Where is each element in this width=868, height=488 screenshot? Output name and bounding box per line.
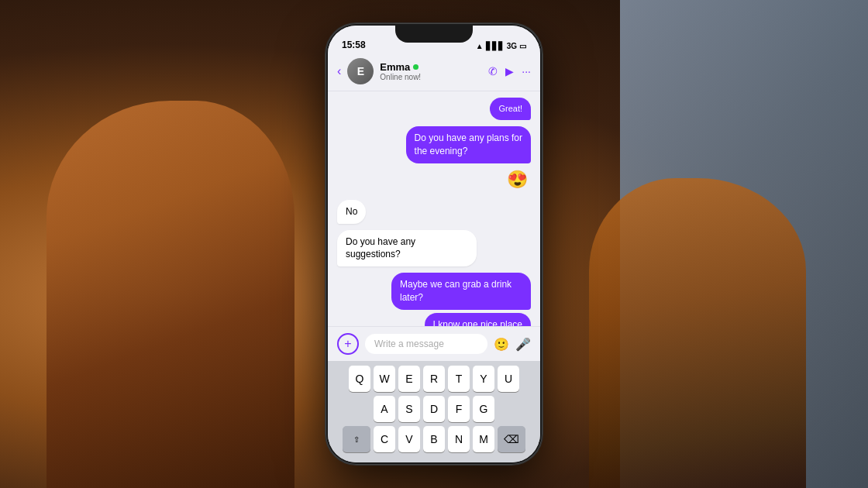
key-r[interactable]: R xyxy=(423,366,445,392)
video-icon[interactable]: ▶ xyxy=(505,65,514,77)
key-u[interactable]: U xyxy=(498,366,519,392)
key-a[interactable]: A xyxy=(374,396,395,422)
key-b[interactable]: B xyxy=(423,426,445,452)
scene: 15:58 ▲ ▋▋▋ 3G ▭ ‹ E Emma xyxy=(0,0,868,488)
network-type: 3G xyxy=(507,42,517,50)
battery-icon: ▭ xyxy=(519,42,526,50)
key-g[interactable]: G xyxy=(473,396,494,422)
shift-key[interactable]: ⇧ xyxy=(343,426,370,452)
phone-notch xyxy=(395,26,473,43)
call-icon[interactable]: ✆ xyxy=(488,65,498,77)
avatar: E xyxy=(347,58,374,84)
message-emoji: 😍 xyxy=(504,167,531,194)
message-bubble: I know one nice place xyxy=(425,313,531,326)
mic-button[interactable]: 🎤 xyxy=(515,337,531,352)
phone-screen: 15:58 ▲ ▋▋▋ 3G ▭ ‹ E Emma xyxy=(328,26,540,462)
input-icons: 🙂 🎤 xyxy=(494,337,531,352)
contact-status: Online now! xyxy=(380,73,482,81)
key-f[interactable]: F xyxy=(448,396,470,422)
message-bubble: Maybe we can grab a drink later? xyxy=(391,273,531,310)
online-indicator xyxy=(413,64,418,70)
message-bubble: No xyxy=(337,200,366,224)
hand-right xyxy=(589,178,806,488)
key-n[interactable]: N xyxy=(448,426,470,452)
messages-area: Great! Do you have any plans forthe even… xyxy=(328,91,540,326)
back-button[interactable]: ‹ xyxy=(337,64,341,78)
key-c[interactable]: C xyxy=(374,426,395,452)
keyboard-row-3: ⇧ C V B N M ⌫ xyxy=(331,426,537,452)
phone: 15:58 ▲ ▋▋▋ 3G ▭ ‹ E Emma xyxy=(326,23,542,465)
status-icons: ▲ ▋▋▋ 3G ▭ xyxy=(476,42,526,50)
message-bubble: Great! xyxy=(490,98,531,120)
status-time: 15:58 xyxy=(342,40,366,50)
signal-bars: ▋▋▋ xyxy=(486,42,505,50)
key-y[interactable]: Y xyxy=(473,366,494,392)
key-v[interactable]: V xyxy=(398,426,420,452)
key-m[interactable]: M xyxy=(473,426,494,452)
delete-key[interactable]: ⌫ xyxy=(498,426,525,452)
key-t[interactable]: T xyxy=(448,366,470,392)
more-icon[interactable]: ··· xyxy=(522,65,531,77)
input-area: + Write a message 🙂 🎤 xyxy=(328,326,540,361)
message-input[interactable]: Write a message xyxy=(365,334,487,354)
chat-header: ‹ E Emma Online now! ✆ ▶ ··· xyxy=(328,53,540,91)
key-q[interactable]: Q xyxy=(349,366,370,392)
message-bubble: Do you have any plans forthe evening? xyxy=(406,126,531,163)
key-w[interactable]: W xyxy=(374,366,395,392)
emoji-button[interactable]: 🙂 xyxy=(494,337,509,352)
message-bubble: Do you have any suggestions? xyxy=(337,230,477,267)
contact-info: Emma Online now! xyxy=(380,61,482,81)
phone-wrapper: 15:58 ▲ ▋▋▋ 3G ▭ ‹ E Emma xyxy=(326,23,542,465)
contact-name: Emma xyxy=(380,61,482,73)
key-e[interactable]: E xyxy=(398,366,420,392)
key-d[interactable]: D xyxy=(423,396,445,422)
keyboard-row-1: Q W E R T Y U xyxy=(331,366,537,392)
keyboard-row-2: A S D F G xyxy=(331,396,537,422)
key-s[interactable]: S xyxy=(398,396,420,422)
location-icon: ▲ xyxy=(476,42,484,50)
hand-left xyxy=(46,101,294,488)
add-attachment-button[interactable]: + xyxy=(337,333,359,355)
keyboard: Q W E R T Y U A S D F G xyxy=(328,361,540,462)
header-action-icons: ✆ ▶ ··· xyxy=(488,65,531,77)
